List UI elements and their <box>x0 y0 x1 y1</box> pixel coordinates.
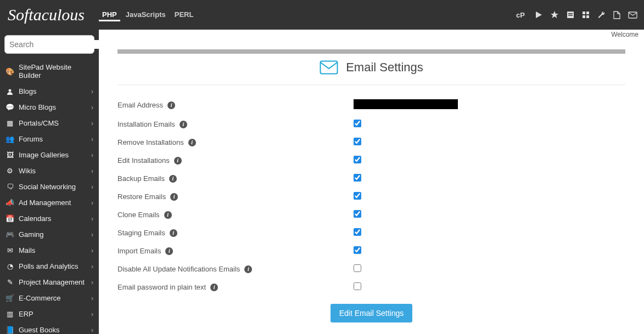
checkbox-edit-installations[interactable] <box>354 156 361 163</box>
cpanel-icon[interactable]: cP <box>516 10 527 19</box>
tab-perl[interactable]: PERL <box>171 8 197 21</box>
checkbox-disable-update-emails[interactable] <box>354 264 361 272</box>
sidebar-item-erp[interactable]: ▥ ERP › <box>0 306 99 322</box>
document-icon[interactable] <box>613 11 620 19</box>
sidebar-item-label: SitePad Website Builder <box>19 63 93 80</box>
chat-icon: 💬 <box>5 103 14 111</box>
sidebar-item-ad[interactable]: 📣 Ad Management › <box>0 195 99 211</box>
svg-rect-5 <box>568 15 573 16</box>
wrench-icon[interactable] <box>597 11 606 19</box>
palette-icon: 🎨 <box>5 67 14 76</box>
sidebar-item-sitepad[interactable]: 🎨 SitePad Website Builder <box>0 59 99 83</box>
note-icon[interactable] <box>567 11 574 19</box>
sidebar-item-gaming[interactable]: 🎮 Gaming › <box>0 227 99 242</box>
tab-javascripts[interactable]: JavaScripts <box>122 8 169 21</box>
info-icon[interactable]: i <box>188 139 196 146</box>
svg-text:cP: cP <box>516 11 525 19</box>
info-icon[interactable]: i <box>174 157 182 165</box>
sidebar-item-label: Micro Blogs <box>19 103 87 111</box>
sidebar-item-image-galleries[interactable]: 🖼 Image Galleries › <box>0 147 99 163</box>
checkbox-restore-emails[interactable] <box>354 192 361 200</box>
search-box[interactable] <box>4 35 94 54</box>
field-label: Disable All Update Notifications Emails <box>117 265 240 273</box>
grid-icon[interactable] <box>582 11 590 19</box>
checkbox-clone-emails[interactable] <box>354 210 361 218</box>
checkbox-staging-emails[interactable] <box>354 228 361 236</box>
svg-rect-8 <box>583 15 585 18</box>
svg-point-13 <box>9 89 12 92</box>
email-input[interactable] <box>354 99 458 109</box>
checkbox-installation-emails[interactable] <box>354 120 361 127</box>
sidebar-item-mails[interactable]: ✉ Mails › <box>0 242 99 258</box>
info-icon[interactable]: i <box>170 193 178 201</box>
chevron-right-icon: › <box>91 231 93 239</box>
language-tabs: PHP JavaScripts PERL <box>99 8 197 21</box>
info-icon[interactable]: i <box>165 247 173 255</box>
sidebar-item-label: Mails <box>19 246 87 254</box>
search-input[interactable] <box>9 40 99 49</box>
info-icon[interactable]: i <box>164 211 172 219</box>
field-label: Remove Installations <box>117 138 184 146</box>
chevron-right-icon: › <box>91 151 93 159</box>
checkbox-remove-installations[interactable] <box>354 138 361 145</box>
main-content: Welcome Email Settings Email Address i <box>99 30 644 334</box>
checkbox-backup-emails[interactable] <box>354 174 361 182</box>
sidebar-item-blogs[interactable]: Blogs › <box>0 83 99 99</box>
field-remove-installations: Remove Installations i <box>117 133 625 151</box>
sidebar-item-microblogs[interactable]: 💬 Micro Blogs › <box>0 99 99 115</box>
sidebar-item-ecommerce[interactable]: 🛒 E-Commerce › <box>0 290 99 306</box>
info-icon[interactable]: i <box>244 265 252 273</box>
sidebar-item-portals[interactable]: ▦ Portals/CMS › <box>0 115 99 131</box>
chevron-right-icon: › <box>91 295 93 302</box>
field-label: Email Address <box>117 101 163 109</box>
field-email-address: Email Address i <box>117 95 625 115</box>
grid-icon: ▦ <box>5 119 14 127</box>
piechart-icon: ◔ <box>5 262 14 270</box>
sidebar-item-wikis[interactable]: ⚙ Wikis › <box>0 163 99 179</box>
sidebar-item-pm[interactable]: ✎ Project Management › <box>0 274 99 290</box>
sidebar-item-label: Calendars <box>19 214 87 223</box>
play-icon[interactable] <box>535 11 542 19</box>
sidebar-item-calendars[interactable]: 📅 Calendars › <box>0 211 99 227</box>
field-disable-update-emails: Disable All Update Notifications Emails … <box>117 260 625 278</box>
mail-icon[interactable] <box>628 12 637 19</box>
info-icon[interactable]: i <box>169 175 177 183</box>
svg-rect-6 <box>583 12 585 14</box>
field-import-emails: Import Emails i <box>117 242 625 260</box>
sidebar-item-polls[interactable]: ◔ Polls and Analytics › <box>0 258 99 274</box>
svg-marker-1 <box>536 12 542 18</box>
topbar-left: Softaculous PHP JavaScripts PERL <box>0 5 197 24</box>
chevron-right-icon: › <box>91 279 93 286</box>
field-edit-installations: Edit Installations i <box>117 151 625 169</box>
sidebar-item-social[interactable]: 🗨 Social Networking › <box>0 179 99 195</box>
image-icon: 🖼 <box>5 151 14 159</box>
checkbox-plain-text-password[interactable] <box>354 282 361 290</box>
info-icon[interactable]: i <box>210 284 218 291</box>
calendar-icon: 📅 <box>5 214 14 223</box>
chevron-right-icon: › <box>91 104 93 111</box>
field-label: Backup Emails <box>117 174 165 183</box>
search-container <box>0 30 99 59</box>
star-icon[interactable] <box>550 10 559 19</box>
bars-icon: ▥ <box>5 310 14 318</box>
edit-email-settings-button[interactable]: Edit Email Settings <box>331 304 413 322</box>
info-icon[interactable]: i <box>167 101 175 109</box>
info-icon[interactable]: i <box>170 229 177 237</box>
divider-strip <box>117 49 625 54</box>
chevron-right-icon: › <box>91 247 93 254</box>
sidebar-item-guestbooks[interactable]: 📘 Guest Books › <box>0 322 99 334</box>
tab-php[interactable]: PHP <box>99 8 120 21</box>
chevron-right-icon: › <box>91 88 93 95</box>
sidebar-item-forums[interactable]: 👥 Forums › <box>0 131 99 147</box>
welcome-bar: Welcome <box>99 30 644 42</box>
sidebar-item-label: Forums <box>19 135 87 143</box>
user-icon <box>5 88 14 95</box>
logo[interactable]: Softaculous <box>0 5 99 24</box>
users-icon: 👥 <box>5 135 14 143</box>
info-icon[interactable]: i <box>180 121 187 128</box>
sidebar-item-label: Polls and Analytics <box>19 262 87 270</box>
gear-icon: ⚙ <box>5 167 14 175</box>
chevron-right-icon: › <box>91 183 93 191</box>
checkbox-import-emails[interactable] <box>354 246 361 254</box>
book-icon: 📘 <box>5 326 14 334</box>
